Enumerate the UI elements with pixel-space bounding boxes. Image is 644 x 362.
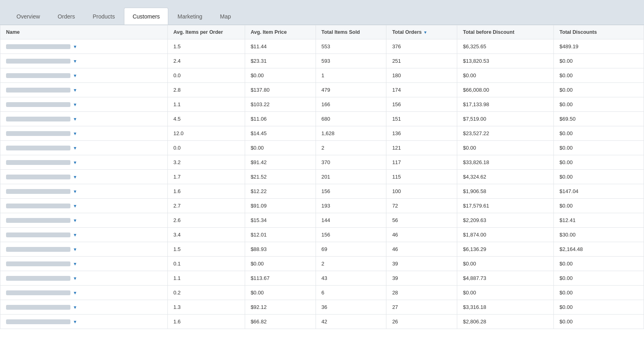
cell-total_items: 42 [316,315,386,329]
filter-icon[interactable]: ▼ [73,102,77,107]
customer-name-cell: ▼ [0,184,168,199]
filter-icon[interactable]: ▼ [73,218,77,223]
table-row: ▼2.8$137.80479174$66,008.00$0.00 [0,83,644,97]
filter-icon[interactable]: ▼ [73,189,77,194]
customer-name-cell: ▼ [0,97,168,112]
cell-avg_price: $21.52 [245,170,316,184]
customer-name-blur [6,131,70,136]
cell-discounts: $0.00 [554,257,644,271]
tab-customers[interactable]: Customers [124,8,168,25]
cell-avg_items: 2.8 [167,83,245,97]
cell-total_items: 193 [316,199,386,213]
filter-icon[interactable]: ▼ [73,232,77,237]
cell-total_items: 593 [316,54,386,68]
customer-name-cell: ▼ [0,83,168,97]
cell-avg_price: $0.00 [245,257,316,271]
cell-avg_items: 1.6 [167,315,245,329]
tab-bar: OverviewOrdersProductsCustomersMarketing… [0,0,644,25]
filter-icon[interactable]: ▼ [73,131,77,136]
cell-discounts: $0.00 [554,199,644,213]
cell-avg_price: $0.00 [245,141,316,155]
col-header-total_orders[interactable]: Total Orders▼ [386,25,457,39]
table-header: NameAvg. Items per OrderAvg. Item PriceT… [0,25,644,39]
filter-icon[interactable]: ▼ [73,160,77,165]
filter-icon[interactable]: ▼ [73,261,77,266]
cell-avg_items: 2.4 [167,54,245,68]
filter-icon[interactable]: ▼ [73,59,77,64]
tab-orders[interactable]: Orders [49,8,83,25]
filter-icon[interactable]: ▼ [73,204,77,208]
cell-total_orders: 251 [386,54,457,68]
cell-discounts: $0.00 [554,97,644,112]
filter-icon[interactable]: ▼ [73,175,77,179]
cell-avg_price: $88.93 [245,242,316,257]
cell-before_discount: $7,519.00 [457,112,554,126]
cell-avg_price: $11.44 [245,39,316,54]
filter-icon[interactable]: ▼ [73,319,77,324]
table-row: ▼4.5$11.06680151$7,519.00$69.50 [0,112,644,126]
cell-before_discount: $66,008.00 [457,83,554,97]
cell-avg_items: 0.0 [167,141,245,155]
cell-total_orders: 100 [386,184,457,199]
cell-avg_items: 1.7 [167,170,245,184]
cell-discounts: $0.00 [554,155,644,170]
customer-name-blur [6,204,70,208]
cell-total_orders: 115 [386,170,457,184]
filter-icon[interactable]: ▼ [73,276,77,281]
table-row: ▼12.0$14.451,628136$23,527.22$0.00 [0,126,644,141]
cell-avg_price: $14.45 [245,126,316,141]
cell-total_items: 156 [316,228,386,242]
cell-avg_items: 2.7 [167,199,245,213]
cell-avg_items: 2.6 [167,213,245,228]
customer-name-cell: ▼ [0,300,168,315]
cell-total_orders: 136 [386,126,457,141]
table-row: ▼2.7$91.0919372$17,579.61$0.00 [0,199,644,213]
cell-avg_items: 1.3 [167,300,245,315]
cell-avg_items: 1.6 [167,184,245,199]
col-header-avg_price: Avg. Item Price [245,25,316,39]
filter-icon[interactable]: ▼ [73,73,77,78]
cell-discounts: $30.00 [554,228,644,242]
cell-avg_items: 0.0 [167,68,245,83]
customer-name-blur [6,160,70,165]
filter-icon[interactable]: ▼ [73,146,77,150]
customer-name-cell: ▼ [0,126,168,141]
cell-before_discount: $4,324.62 [457,170,554,184]
customer-name-blur [6,261,70,266]
cell-before_discount: $6,325.65 [457,39,554,54]
customer-name-blur [6,117,70,121]
customer-name-cell: ▼ [0,39,168,54]
col-header-name: Name [0,25,168,39]
cell-before_discount: $0.00 [457,68,554,83]
cell-total_orders: 121 [386,141,457,155]
cell-discounts: $0.00 [554,286,644,300]
cell-total_orders: 39 [386,271,457,286]
table-row: ▼3.2$91.42370117$33,826.18$0.00 [0,155,644,170]
filter-icon[interactable]: ▼ [73,44,77,49]
cell-before_discount: $13,820.53 [457,54,554,68]
table-row: ▼0.0$0.001180$0.00$0.00 [0,68,644,83]
cell-avg_items: 0.1 [167,257,245,271]
tab-products[interactable]: Products [84,8,123,25]
customer-name-blur [6,73,70,78]
customer-name-cell: ▼ [0,257,168,271]
cell-avg_items: 1.1 [167,97,245,112]
customer-name-cell: ▼ [0,54,168,68]
filter-icon[interactable]: ▼ [73,290,77,295]
cell-discounts: $69.50 [554,112,644,126]
cell-total_items: 1,628 [316,126,386,141]
cell-avg_items: 1.1 [167,271,245,286]
filter-icon[interactable]: ▼ [73,88,77,93]
cell-total_orders: 28 [386,286,457,300]
tab-map[interactable]: Map [212,8,239,25]
filter-icon[interactable]: ▼ [73,247,77,252]
tab-marketing[interactable]: Marketing [169,8,211,25]
cell-before_discount: $0.00 [457,286,554,300]
filter-icon[interactable]: ▼ [73,117,77,121]
cell-total_items: 553 [316,39,386,54]
tab-overview[interactable]: Overview [8,8,48,25]
customer-name-blur [6,218,70,223]
cell-before_discount: $3,316.18 [457,300,554,315]
filter-icon[interactable]: ▼ [73,305,77,310]
table-row: ▼1.7$21.52201115$4,324.62$0.00 [0,170,644,184]
